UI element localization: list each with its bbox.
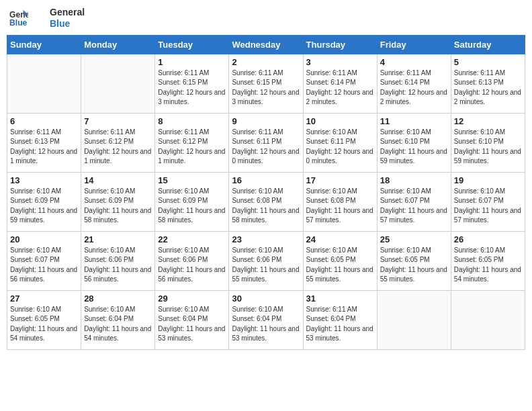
day-number: 26 <box>454 234 522 244</box>
weekday-header-row: SundayMondayTuesdayWednesdayThursdayFrid… <box>7 35 525 54</box>
calendar-cell: 5Sunrise: 6:11 AMSunset: 6:13 PMDaylight… <box>451 54 525 113</box>
day-info: Sunrise: 6:10 AMSunset: 6:07 PMDaylight:… <box>10 246 78 285</box>
day-number: 1 <box>158 57 226 67</box>
calendar-cell: 17Sunrise: 6:10 AMSunset: 6:08 PMDayligh… <box>303 172 377 231</box>
day-number: 4 <box>380 57 448 67</box>
calendar-cell: 27Sunrise: 6:10 AMSunset: 6:05 PMDayligh… <box>7 290 81 349</box>
day-number: 27 <box>10 293 78 304</box>
calendar-cell: 11Sunrise: 6:10 AMSunset: 6:10 PMDayligh… <box>377 113 451 172</box>
calendar-cell: 19Sunrise: 6:10 AMSunset: 6:07 PMDayligh… <box>451 172 525 231</box>
logo: General Blue General Blue <box>9 7 85 30</box>
day-info: Sunrise: 6:11 AMSunset: 6:04 PMDaylight:… <box>306 305 374 344</box>
weekday-header: Thursday <box>303 35 377 54</box>
calendar-cell: 10Sunrise: 6:10 AMSunset: 6:11 PMDayligh… <box>303 113 377 172</box>
calendar-cell: 2Sunrise: 6:11 AMSunset: 6:15 PMDaylight… <box>229 54 303 113</box>
day-info: Sunrise: 6:11 AMSunset: 6:14 PMDaylight:… <box>306 68 374 107</box>
calendar-cell: 30Sunrise: 6:10 AMSunset: 6:04 PMDayligh… <box>229 290 303 349</box>
calendar-week-row: 1Sunrise: 6:11 AMSunset: 6:15 PMDaylight… <box>7 54 525 113</box>
day-number: 8 <box>158 116 226 126</box>
day-number: 9 <box>232 116 300 126</box>
calendar-cell <box>7 54 81 113</box>
day-info: Sunrise: 6:11 AMSunset: 6:13 PMDaylight:… <box>10 128 78 167</box>
weekday-header: Sunday <box>7 35 81 54</box>
day-info: Sunrise: 6:10 AMSunset: 6:08 PMDaylight:… <box>232 187 300 226</box>
day-number: 25 <box>380 234 448 244</box>
day-number: 17 <box>306 175 374 185</box>
day-info: Sunrise: 6:11 AMSunset: 6:14 PMDaylight:… <box>380 68 448 107</box>
day-number: 23 <box>232 234 300 244</box>
calendar-cell: 21Sunrise: 6:10 AMSunset: 6:06 PMDayligh… <box>81 231 155 290</box>
svg-text:Blue: Blue <box>9 18 28 28</box>
day-info: Sunrise: 6:10 AMSunset: 6:04 PMDaylight:… <box>232 305 300 344</box>
calendar-cell: 29Sunrise: 6:10 AMSunset: 6:04 PMDayligh… <box>155 290 229 349</box>
day-info: Sunrise: 6:10 AMSunset: 6:05 PMDaylight:… <box>306 246 374 285</box>
calendar-week-row: 6Sunrise: 6:11 AMSunset: 6:13 PMDaylight… <box>7 113 525 172</box>
day-info: Sunrise: 6:11 AMSunset: 6:15 PMDaylight:… <box>232 68 300 107</box>
day-number: 3 <box>306 57 374 67</box>
calendar-cell: 23Sunrise: 6:10 AMSunset: 6:06 PMDayligh… <box>229 231 303 290</box>
calendar-cell <box>451 290 525 349</box>
page-header: General Blue General Blue <box>7 7 525 30</box>
day-number: 7 <box>84 116 152 126</box>
calendar-cell: 31Sunrise: 6:11 AMSunset: 6:04 PMDayligh… <box>303 290 377 349</box>
day-info: Sunrise: 6:10 AMSunset: 6:09 PMDaylight:… <box>158 187 226 226</box>
day-info: Sunrise: 6:10 AMSunset: 6:06 PMDaylight:… <box>84 246 152 285</box>
day-info: Sunrise: 6:10 AMSunset: 6:04 PMDaylight:… <box>158 305 226 344</box>
weekday-header: Wednesday <box>229 35 303 54</box>
day-number: 18 <box>380 175 448 185</box>
calendar-table: SundayMondayTuesdayWednesdayThursdayFrid… <box>7 35 525 350</box>
day-info: Sunrise: 6:10 AMSunset: 6:05 PMDaylight:… <box>454 246 522 285</box>
calendar-cell: 20Sunrise: 6:10 AMSunset: 6:07 PMDayligh… <box>7 231 81 290</box>
day-info: Sunrise: 6:10 AMSunset: 6:09 PMDaylight:… <box>84 187 152 226</box>
day-info: Sunrise: 6:10 AMSunset: 6:10 PMDaylight:… <box>454 128 522 167</box>
day-number: 15 <box>158 175 226 185</box>
calendar-week-row: 20Sunrise: 6:10 AMSunset: 6:07 PMDayligh… <box>7 231 525 290</box>
day-number: 11 <box>380 116 448 126</box>
day-number: 13 <box>10 175 78 185</box>
day-number: 12 <box>454 116 522 126</box>
calendar-cell: 8Sunrise: 6:11 AMSunset: 6:12 PMDaylight… <box>155 113 229 172</box>
calendar-cell: 7Sunrise: 6:11 AMSunset: 6:12 PMDaylight… <box>81 113 155 172</box>
calendar-cell <box>81 54 155 113</box>
calendar-cell: 16Sunrise: 6:10 AMSunset: 6:08 PMDayligh… <box>229 172 303 231</box>
day-number: 14 <box>84 175 152 185</box>
calendar-cell: 6Sunrise: 6:11 AMSunset: 6:13 PMDaylight… <box>7 113 81 172</box>
day-number: 2 <box>232 57 300 67</box>
calendar-cell: 3Sunrise: 6:11 AMSunset: 6:14 PMDaylight… <box>303 54 377 113</box>
calendar-cell: 24Sunrise: 6:10 AMSunset: 6:05 PMDayligh… <box>303 231 377 290</box>
day-info: Sunrise: 6:10 AMSunset: 6:07 PMDaylight:… <box>380 187 448 226</box>
weekday-header: Monday <box>81 35 155 54</box>
calendar-cell: 15Sunrise: 6:10 AMSunset: 6:09 PMDayligh… <box>155 172 229 231</box>
day-info: Sunrise: 6:10 AMSunset: 6:05 PMDaylight:… <box>380 246 448 285</box>
day-info: Sunrise: 6:10 AMSunset: 6:05 PMDaylight:… <box>10 305 78 344</box>
calendar-cell: 4Sunrise: 6:11 AMSunset: 6:14 PMDaylight… <box>377 54 451 113</box>
day-info: Sunrise: 6:10 AMSunset: 6:07 PMDaylight:… <box>454 187 522 226</box>
calendar-cell <box>377 290 451 349</box>
day-number: 6 <box>10 116 78 126</box>
day-number: 5 <box>454 57 522 67</box>
calendar-cell: 14Sunrise: 6:10 AMSunset: 6:09 PMDayligh… <box>81 172 155 231</box>
day-number: 19 <box>454 175 522 185</box>
weekday-header: Saturday <box>451 35 525 54</box>
day-info: Sunrise: 6:10 AMSunset: 6:10 PMDaylight:… <box>380 128 448 167</box>
day-info: Sunrise: 6:10 AMSunset: 6:09 PMDaylight:… <box>10 187 78 226</box>
day-number: 28 <box>84 293 152 304</box>
calendar-cell: 28Sunrise: 6:10 AMSunset: 6:04 PMDayligh… <box>81 290 155 349</box>
day-info: Sunrise: 6:11 AMSunset: 6:15 PMDaylight:… <box>158 68 226 107</box>
day-number: 29 <box>158 293 226 304</box>
day-number: 16 <box>232 175 300 185</box>
day-info: Sunrise: 6:11 AMSunset: 6:12 PMDaylight:… <box>158 128 226 167</box>
day-info: Sunrise: 6:10 AMSunset: 6:08 PMDaylight:… <box>306 187 374 226</box>
calendar-week-row: 13Sunrise: 6:10 AMSunset: 6:09 PMDayligh… <box>7 172 525 231</box>
calendar-cell: 18Sunrise: 6:10 AMSunset: 6:07 PMDayligh… <box>377 172 451 231</box>
calendar-cell: 12Sunrise: 6:10 AMSunset: 6:10 PMDayligh… <box>451 113 525 172</box>
calendar-cell: 26Sunrise: 6:10 AMSunset: 6:05 PMDayligh… <box>451 231 525 290</box>
calendar-cell: 13Sunrise: 6:10 AMSunset: 6:09 PMDayligh… <box>7 172 81 231</box>
day-info: Sunrise: 6:10 AMSunset: 6:06 PMDaylight:… <box>158 246 226 285</box>
calendar-cell: 25Sunrise: 6:10 AMSunset: 6:05 PMDayligh… <box>377 231 451 290</box>
calendar-cell: 22Sunrise: 6:10 AMSunset: 6:06 PMDayligh… <box>155 231 229 290</box>
calendar-week-row: 27Sunrise: 6:10 AMSunset: 6:05 PMDayligh… <box>7 290 525 349</box>
logo-icon: General Blue <box>9 9 28 28</box>
day-number: 10 <box>306 116 374 126</box>
weekday-header: Friday <box>377 35 451 54</box>
